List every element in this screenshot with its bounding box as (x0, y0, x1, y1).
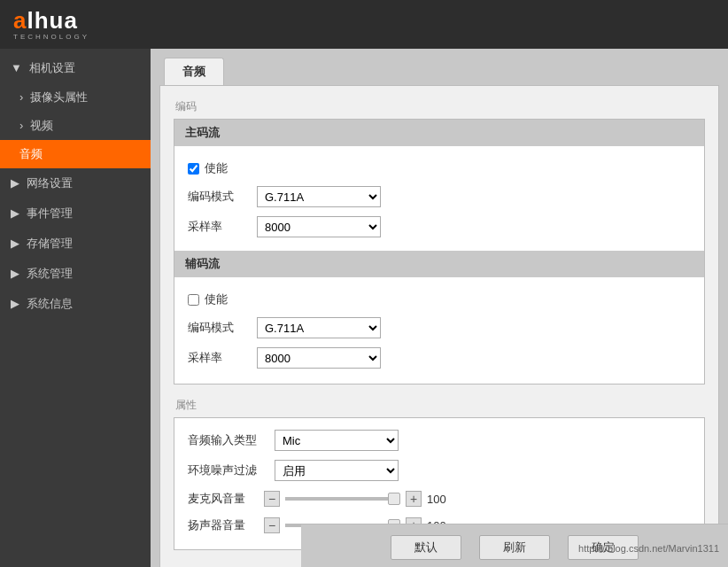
main-stream-header: 主码流 (174, 120, 704, 146)
main-codec-select[interactable]: G.711A G.711U G.726 (257, 186, 381, 207)
sub-stream-label: 辅码流 (185, 257, 220, 270)
refresh-button[interactable]: 刷新 (479, 535, 550, 560)
logo-rest: lhua (27, 7, 77, 34)
camera-props-label: 摄像头属性 (30, 90, 88, 104)
header: alhua TECHNOLOGY (0, 0, 728, 49)
mic-volume-thumb[interactable] (388, 493, 400, 505)
sub-sample-label: 采样率 (188, 350, 250, 366)
main-layout: ▼ 相机设置 › 摄像头属性 › 视频 音频 ▶ 网络设置 ▶ 事件管理 ▶ 存… (0, 49, 728, 567)
main-stream-label: 主码流 (185, 126, 220, 139)
camera-section-arrow: ▼ (11, 61, 22, 74)
logo: alhua TECHNOLOGY (13, 9, 89, 41)
encoding-box: 主码流 使能 编码模式 G.711A G.711U G.726 (174, 119, 705, 384)
main-enable-row: 使能 (174, 155, 704, 182)
encoding-section: 编码 主码流 使能 编码模式 G.711A G.711U (174, 99, 705, 384)
logo-text: alhua (13, 9, 78, 32)
input-type-row: 音频输入类型 Mic LineIn (174, 425, 704, 455)
main-enable-checkbox[interactable] (188, 163, 199, 175)
mic-volume-plus[interactable]: + (406, 491, 422, 507)
sub-enable-row: 使能 (174, 286, 704, 313)
main-codec-row: 编码模式 G.711A G.711U G.726 (174, 182, 704, 212)
sub-sample-select[interactable]: 8000 16000 32000 (257, 347, 381, 369)
sidebar-item-audio[interactable]: 音频 (0, 140, 151, 168)
default-button[interactable]: 默认 (391, 535, 461, 560)
sub-codec-select[interactable]: G.711A G.711U G.726 (257, 317, 381, 338)
audio-label: 音频 (19, 147, 43, 160)
sub-stream-header: 辅码流 (174, 251, 704, 277)
sub-sample-row: 采样率 8000 16000 32000 (174, 343, 704, 373)
camera-section-label: 相机设置 (29, 61, 75, 74)
encoding-section-label: 编码 (174, 99, 705, 114)
noise-filter-row: 环境噪声过滤 启用 禁用 (174, 455, 704, 485)
noise-filter-select[interactable]: 启用 禁用 (275, 460, 399, 481)
tab-bar: 音频 (151, 49, 728, 85)
properties-section-label: 属性 (174, 398, 705, 413)
event-arrow: ▶ (11, 206, 19, 220)
sidebar-section-camera[interactable]: ▼ 相机设置 (0, 53, 151, 83)
main-sample-select[interactable]: 8000 16000 32000 (257, 216, 381, 237)
storage-arrow: ▶ (11, 237, 19, 250)
system-label: 系统管理 (27, 267, 73, 280)
sidebar-section-storage[interactable]: ▶ 存储管理 (0, 229, 151, 259)
content-panel: 编码 主码流 使能 编码模式 G.711A G.711U (159, 85, 719, 567)
network-arrow: ▶ (11, 176, 19, 190)
video-label: 视频 (30, 119, 53, 132)
logo-sub: TECHNOLOGY (13, 33, 89, 41)
sidebar-item-video[interactable]: › 视频 (0, 112, 151, 140)
sidebar: ▼ 相机设置 › 摄像头属性 › 视频 音频 ▶ 网络设置 ▶ 事件管理 ▶ 存… (0, 49, 151, 567)
mic-volume-label: 麦克风音量 (188, 491, 259, 507)
input-type-select[interactable]: Mic LineIn (275, 430, 399, 451)
main-enable-label: 使能 (205, 160, 228, 176)
storage-label: 存储管理 (27, 237, 73, 250)
main-codec-label: 编码模式 (188, 189, 250, 205)
input-type-label: 音频输入类型 (188, 432, 267, 448)
watermark: https://blog.csdn.net/Marvin1311 (578, 543, 719, 554)
camera-props-arrow: › (19, 90, 23, 104)
sidebar-section-event[interactable]: ▶ 事件管理 (0, 198, 151, 229)
main-sample-label: 采样率 (188, 219, 250, 235)
sub-enable-label: 使能 (205, 291, 228, 307)
mic-volume-value: 100 (427, 493, 453, 506)
mic-volume-minus[interactable]: − (264, 491, 280, 507)
video-arrow: › (19, 119, 23, 132)
noise-filter-label: 环境噪声过滤 (188, 462, 267, 478)
mic-volume-fill (285, 497, 400, 501)
sidebar-section-network[interactable]: ▶ 网络设置 (0, 168, 151, 198)
sub-codec-label: 编码模式 (188, 320, 250, 336)
info-label: 系统信息 (27, 297, 73, 310)
tab-audio-label: 音频 (182, 65, 205, 78)
speaker-volume-minus[interactable]: − (264, 517, 280, 533)
sidebar-item-camera-props[interactable]: › 摄像头属性 (0, 83, 151, 112)
event-label: 事件管理 (27, 206, 73, 220)
sidebar-section-system[interactable]: ▶ 系统管理 (0, 259, 151, 289)
sub-codec-row: 编码模式 G.711A G.711U G.726 (174, 313, 704, 343)
system-arrow: ▶ (11, 267, 19, 280)
tab-audio[interactable]: 音频 (164, 58, 224, 85)
mic-volume-track[interactable] (285, 497, 400, 501)
main-sample-row: 采样率 8000 16000 32000 (174, 212, 704, 242)
mic-volume-row: 麦克风音量 − + 100 (174, 485, 704, 512)
network-label: 网络设置 (27, 176, 73, 190)
logo-a-letter: a (13, 7, 27, 34)
info-arrow: ▶ (11, 297, 19, 310)
speaker-volume-label: 扬声器音量 (188, 517, 259, 533)
sidebar-section-info[interactable]: ▶ 系统信息 (0, 289, 151, 319)
sub-enable-checkbox[interactable] (188, 294, 199, 306)
